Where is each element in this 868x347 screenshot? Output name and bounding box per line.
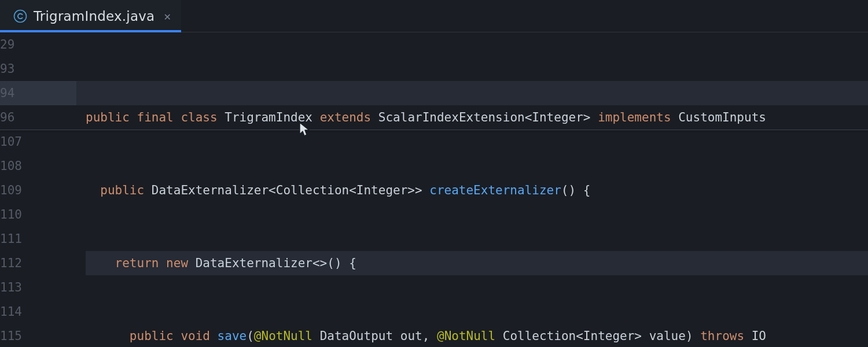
line-number: 115	[0, 324, 76, 347]
line-number: 109	[0, 178, 76, 202]
code-line: public DataExternalizer<Collection<Integ…	[86, 178, 868, 202]
code-area[interactable]: public final class TrigramIndex extends …	[86, 32, 868, 347]
line-number: 108	[0, 154, 76, 178]
code-line: return new DataExternalizer<>() {	[86, 251, 868, 275]
line-number: 113	[0, 275, 76, 300]
code-line: public void save(@NotNull DataOutput out…	[86, 324, 868, 347]
line-number: 114	[0, 300, 76, 324]
line-number: 94	[0, 81, 76, 105]
gutter: 29 93 94 96 107108109110111112113114115	[0, 32, 86, 347]
line-number: 93	[0, 57, 76, 81]
editor[interactable]: 29 93 94 96 107108109110111112113114115 …	[0, 32, 868, 347]
java-class-icon	[13, 9, 28, 24]
line-number: 96	[0, 105, 76, 130]
line-number: 111	[0, 227, 76, 251]
line-number: 110	[0, 202, 76, 227]
line-number: 107	[0, 130, 76, 154]
code-line: public final class TrigramIndex extends …	[86, 105, 868, 130]
line-number: 112	[0, 251, 76, 275]
close-icon[interactable]: ✕	[164, 10, 171, 22]
line-number: 29	[0, 32, 76, 57]
svg-point-0	[14, 10, 27, 22]
tab-title: TrigramIndex.java	[34, 9, 155, 24]
tab-trigram-index[interactable]: TrigramIndex.java ✕	[0, 0, 181, 32]
tab-bar: TrigramIndex.java ✕	[0, 0, 868, 32]
